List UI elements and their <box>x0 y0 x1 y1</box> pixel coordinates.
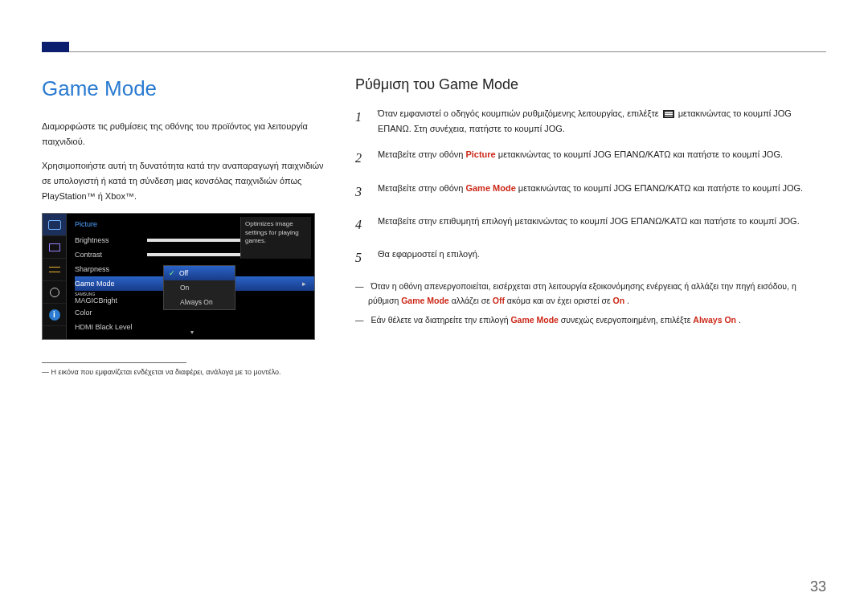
step-1: 1 Όταν εμφανιστεί ο οδηγός κουμπιών ρυθμ… <box>355 106 826 136</box>
osd-label: Sharpness <box>75 265 147 273</box>
keyword: Picture <box>465 149 495 159</box>
keyword: On <box>613 296 625 305</box>
osd-label: Contrast <box>75 251 147 259</box>
osd-option-on: On <box>164 280 235 295</box>
osd-description: Optimizes image settings for playing gam… <box>240 217 311 259</box>
osd-option-label: Always On <box>180 298 213 306</box>
subsection-title: Ρύθμιση του Game Mode <box>355 76 826 93</box>
right-column: Ρύθμιση του Game Mode 1 Όταν εμφανιστεί … <box>355 76 826 565</box>
page-content: Game Mode Διαμορφώστε τις ρυθμίσεις της … <box>42 76 826 565</box>
text-fragment: Μεταβείτε στην οθόνη <box>378 149 465 159</box>
text-fragment: μετακινώντας το κουμπί JOG ΕΠΑΝΩ/ΚΑΤΩ κα… <box>518 183 803 193</box>
notes-block: Όταν η οθόνη απενεργοποιείται, εισέρχετα… <box>355 280 826 328</box>
page-number: 33 <box>810 578 826 595</box>
text-fragment: ακόμα και αν έχει οριστεί σε <box>507 296 613 305</box>
text-fragment: συνεχώς ενεργοποιημένη, επιλέξτε <box>561 315 693 325</box>
osd-option-always: Always On <box>164 295 235 309</box>
info-icon: i <box>49 309 60 321</box>
keyword: Game Mode <box>401 296 449 305</box>
text-fragment: Όταν εμφανιστεί ο οδηγός κουμπιών ρυθμιζ… <box>378 108 661 118</box>
intro-para-2: Χρησιμοποιήστε αυτή τη δυνατότητα κατά τ… <box>42 158 331 203</box>
osd-screenshot: i Picture Brightness 100 Contrast 75 Sha… <box>42 213 315 340</box>
note-2: Εάν θέλετε να διατηρείτε την επιλογή Gam… <box>355 313 826 328</box>
step-5: 5 Θα εφαρμοστεί η επιλογή. <box>355 247 826 268</box>
osd-label: SAMSUNG MAGICBright <box>75 292 147 304</box>
osd-label: Brightness <box>75 236 147 244</box>
osd-label: Color <box>75 309 147 317</box>
menu-icon <box>663 110 674 118</box>
chevron-right-icon: ▸ <box>300 280 308 288</box>
osd-option-off: ✓ Off <box>164 266 235 280</box>
step-number: 2 <box>355 147 366 169</box>
osd-side-item <box>43 236 66 259</box>
keyword: Game Mode <box>510 315 559 325</box>
monitor-icon <box>48 220 61 230</box>
step-4: 4 Μεταβείτε στην επιθυμητή επιλογή μετακ… <box>355 214 826 235</box>
gear-icon <box>50 288 59 297</box>
step-3: 3 Μεταβείτε στην οθόνη Game Mode μετακιν… <box>355 181 826 202</box>
text-fragment: μετακινώντας το κουμπί JOG ΕΠΑΝΩ/ΚΑΤΩ κα… <box>498 149 783 159</box>
step-text: Μεταβείτε στην επιθυμητή επιλογή μετακιν… <box>378 214 800 235</box>
step-text: Μεταβείτε στην οθόνη Picture μετακινώντα… <box>378 147 783 169</box>
step-text: Όταν εμφανιστεί ο οδηγός κουμπιών ρυθμιζ… <box>378 106 826 136</box>
osd-popup: ✓ Off On Always On <box>163 265 235 310</box>
osd-side-item: i <box>43 304 66 326</box>
step-number: 3 <box>355 181 366 202</box>
osd-label: HDMI Black Level <box>75 323 171 331</box>
text-fragment: . <box>739 315 741 325</box>
chevron-down-icon: ▾ <box>190 329 194 336</box>
step-number: 4 <box>355 214 366 235</box>
box-icon <box>49 243 60 251</box>
text-fragment: Μεταβείτε στην οθόνη <box>378 183 465 193</box>
step-text: Θα εφαρμοστεί η επιλογή. <box>378 247 480 268</box>
step-number: 5 <box>355 247 366 268</box>
osd-option-label: Off <box>179 269 188 277</box>
sliders-icon <box>49 265 60 275</box>
text-fragment: αλλάζει σε <box>452 296 493 305</box>
osd-sidebar: i <box>43 214 67 339</box>
check-icon: ✓ <box>169 269 175 277</box>
osd-side-picture <box>43 214 66 236</box>
text-fragment: Εάν θέλετε να διατηρείτε την επιλογή <box>371 315 510 325</box>
osd-label-text: MAGICBright <box>75 296 117 304</box>
keyword: Always On <box>693 315 736 325</box>
osd-option-label: On <box>180 284 189 292</box>
steps-list: 1 Όταν εμφανιστεί ο οδηγός κουμπιών ρυθμ… <box>355 106 826 268</box>
osd-label: Game Mode <box>75 280 147 288</box>
footnote-rule <box>42 362 186 363</box>
keyword: Off <box>493 296 505 305</box>
intro-para-1: Διαμορφώστε τις ρυθμίσεις της οθόνης του… <box>42 119 331 149</box>
step-2: 2 Μεταβείτε στην οθόνη Picture μετακινών… <box>355 147 826 169</box>
footnote: Η εικόνα που εμφανίζεται ενδέχεται να δι… <box>42 368 331 376</box>
left-column: Game Mode Διαμορφώστε τις ρυθμίσεις της … <box>42 76 331 565</box>
section-title: Game Mode <box>42 76 331 101</box>
header-block <box>42 42 69 52</box>
osd-row-hdmi: HDMI Black Level <box>75 320 314 334</box>
osd-side-item <box>43 259 66 281</box>
text-fragment: . <box>627 296 629 305</box>
keyword: Game Mode <box>465 183 515 193</box>
header-rule <box>42 42 826 52</box>
step-text: Μεταβείτε στην οθόνη Game Mode μετακινών… <box>378 181 803 202</box>
osd-main: Picture Brightness 100 Contrast 75 Sharp… <box>67 214 314 339</box>
osd-side-item <box>43 281 66 304</box>
step-number: 1 <box>355 106 366 136</box>
note-1: Όταν η οθόνη απενεργοποιείται, εισέρχετα… <box>355 280 826 309</box>
